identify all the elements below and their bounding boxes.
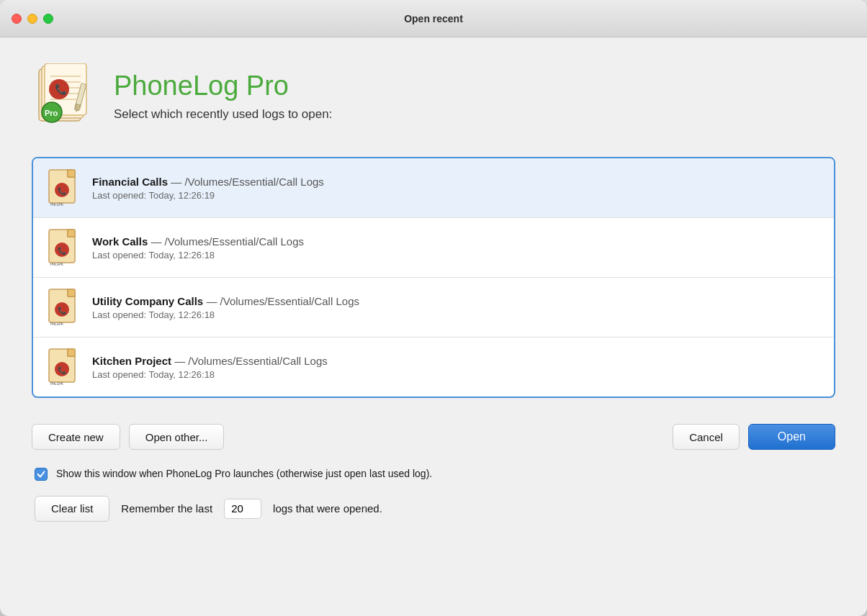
svg-text:📞: 📞 (58, 366, 67, 375)
app-title-block: PhoneLog Pro Select which recently used … (114, 71, 332, 122)
svg-rect-28 (68, 289, 75, 296)
svg-text:PHLGPK: PHLGPK (50, 202, 63, 207)
open-button[interactable]: Open (748, 424, 835, 450)
file-date-2: Last opened: Today, 12:26:18 (92, 309, 359, 320)
window-title: Open recent (404, 13, 463, 24)
file-path-2: — /Volumes/Essential/Call Logs (206, 295, 359, 307)
close-button[interactable] (12, 14, 22, 24)
file-icon-3: 📞 PHLGPK (48, 348, 79, 386)
button-row: Create new Open other... Cancel Open (32, 424, 835, 450)
file-date-1: Last opened: Today, 12:26:18 (92, 250, 304, 261)
remember-suffix: logs that were opened. (273, 502, 382, 515)
left-buttons: Create new Open other... (32, 424, 224, 450)
file-item-0[interactable]: 📞 PHLGPK Financial Calls — /Volumes/Esse… (33, 158, 834, 218)
bottom-row: Clear list Remember the last logs that w… (32, 496, 835, 522)
file-name-line-2: Utility Company Calls — /Volumes/Essenti… (92, 295, 359, 307)
maximize-button[interactable] (43, 14, 53, 24)
file-name-3: Kitchen Project (92, 355, 171, 367)
app-header: 📞 Pro PhoneLog Pro Select which recently… (32, 63, 835, 128)
right-buttons: Cancel Open (673, 424, 835, 450)
file-name-line-1: Work Calls — /Volumes/Essential/Call Log… (92, 235, 304, 248)
file-date-3: Last opened: Today, 12:26:18 (92, 369, 328, 380)
file-name-line-0: Financial Calls — /Volumes/Essential/Cal… (92, 176, 324, 188)
svg-text:PHLGPK: PHLGPK (50, 262, 63, 266)
cancel-button[interactable]: Cancel (673, 424, 740, 450)
file-info-2: Utility Company Calls — /Volumes/Essenti… (92, 295, 359, 320)
file-item-2[interactable]: 📞 PHLGPK Utility Company Calls — /Volume… (33, 278, 834, 338)
file-icon-2: 📞 PHLGPK (48, 288, 79, 327)
svg-rect-34 (68, 349, 75, 356)
svg-text:📞: 📞 (55, 83, 68, 96)
file-info-0: Financial Calls — /Volumes/Essential/Cal… (92, 176, 324, 201)
checkbox-label: Show this window when PhoneLog Pro launc… (56, 467, 432, 481)
svg-text:PHLGPK: PHLGPK (50, 322, 63, 326)
title-bar: Open recent (0, 0, 867, 37)
file-path-1: — /Volumes/Essential/Call Logs (151, 235, 304, 248)
file-info-1: Work Calls — /Volumes/Essential/Call Log… (92, 235, 304, 261)
remember-prefix: Remember the last (121, 502, 212, 515)
svg-rect-16 (68, 170, 75, 177)
file-item-1[interactable]: 📞 PHLGPK Work Calls — /Volumes/Essential… (33, 218, 834, 278)
create-new-button[interactable]: Create new (32, 424, 120, 450)
app-icon: 📞 Pro (32, 63, 96, 128)
checkmark-icon (37, 470, 45, 479)
svg-text:Pro: Pro (45, 109, 58, 117)
file-name-1: Work Calls (92, 235, 148, 248)
app-subtitle: Select which recently used logs to open: (114, 107, 332, 122)
svg-text:📞: 📞 (58, 186, 67, 196)
file-list: 📞 PHLGPK Financial Calls — /Volumes/Esse… (32, 157, 835, 398)
file-date-0: Last opened: Today, 12:26:19 (92, 190, 324, 201)
file-icon-1: 📞 PHLGPK (48, 228, 79, 267)
app-name: PhoneLog Pro (114, 71, 332, 101)
minimize-button[interactable] (27, 14, 37, 24)
traffic-lights (12, 14, 53, 24)
show-window-checkbox[interactable] (35, 468, 48, 481)
svg-text:PHLGPK: PHLGPK (50, 381, 63, 386)
main-content: 📞 Pro PhoneLog Pro Select which recently… (0, 37, 867, 616)
file-icon-0: 📞 PHLGPK (48, 168, 79, 207)
svg-rect-22 (68, 230, 75, 237)
file-info-3: Kitchen Project — /Volumes/Essential/Cal… (92, 355, 328, 380)
file-name-0: Financial Calls (92, 176, 168, 188)
checkbox-row: Show this window when PhoneLog Pro launc… (32, 467, 835, 481)
file-name-line-3: Kitchen Project — /Volumes/Essential/Cal… (92, 355, 328, 367)
svg-text:📞: 📞 (58, 306, 67, 315)
open-other-button[interactable]: Open other... (129, 424, 225, 450)
window: Open recent 📞 (0, 0, 867, 616)
file-path-3: — /Volumes/Essential/Call Logs (174, 355, 328, 367)
file-name-2: Utility Company Calls (92, 295, 203, 307)
file-path-0: — /Volumes/Essential/Call Logs (171, 176, 324, 188)
file-item-3[interactable]: 📞 PHLGPK Kitchen Project — /Volumes/Esse… (33, 338, 834, 397)
remember-count-input[interactable] (224, 499, 261, 519)
clear-list-button[interactable]: Clear list (35, 496, 109, 522)
svg-text:📞: 📞 (58, 246, 67, 255)
